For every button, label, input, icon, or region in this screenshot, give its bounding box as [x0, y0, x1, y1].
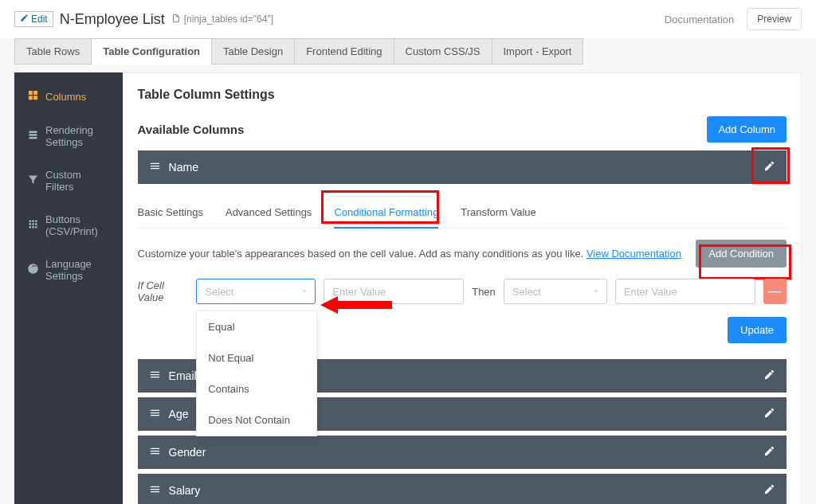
action-select[interactable]: Select: [504, 279, 607, 304]
operator-option-does-not-contain[interactable]: Does Not Contain: [197, 404, 316, 436]
edit-column-icon[interactable]: [763, 407, 775, 421]
layers-icon: [27, 129, 39, 143]
action-placeholder: Select: [512, 286, 541, 298]
operator-select-wrapper: Select Equal Not Equal Contains Does Not…: [196, 279, 316, 304]
top-bar: Edit N-Employee List [ninja_tables id="6…: [0, 0, 816, 38]
tab-import-export[interactable]: Import - Export: [492, 38, 584, 64]
section-title: Table Column Settings: [138, 88, 787, 102]
operator-dropdown: Equal Not Equal Contains Does Not Contai…: [196, 311, 317, 436]
subtab-transform[interactable]: Transform Value: [461, 200, 536, 225]
sidebar-item-label: Language Settings: [45, 258, 110, 282]
drag-handle-icon[interactable]: [149, 483, 161, 498]
action-value-input[interactable]: [615, 279, 755, 304]
annotation-highlight-edit-icon: [751, 147, 790, 184]
top-bar-left: Edit N-Employee List [ninja_tables id="6…: [14, 11, 273, 28]
page-title: N-Employee List: [60, 11, 165, 28]
sidebar-item-label: Buttons (CSV/Print): [45, 213, 110, 237]
available-columns-title: Available Columns: [138, 123, 245, 136]
column-header-salary[interactable]: Salary: [138, 474, 787, 504]
drag-handle-icon[interactable]: [149, 445, 161, 459]
shortcode-chip[interactable]: [ninja_tables id="64"]: [171, 14, 273, 25]
column-title: Salary: [169, 484, 201, 497]
edit-title-button[interactable]: Edit: [14, 11, 53, 27]
column-title: Gender: [169, 446, 206, 459]
drag-handle-icon[interactable]: [149, 369, 161, 383]
sidebar-item-columns[interactable]: Columns: [14, 79, 123, 114]
sidebar-item-buttons[interactable]: Buttons (CSV/Print): [14, 203, 123, 248]
edit-column-icon[interactable]: [763, 369, 775, 383]
sidebar-item-label: Custom Filters: [45, 169, 110, 193]
annotation-highlight-conditional-tab: [321, 190, 439, 224]
sidebar-item-custom-filters[interactable]: Custom Filters: [14, 158, 123, 203]
sidebar-item-language[interactable]: Language Settings: [14, 248, 123, 292]
drag-handle-icon[interactable]: [149, 160, 161, 174]
operator-option-not-equal[interactable]: Not Equal: [197, 342, 316, 373]
column-body: Basic Settings Advanced Settings Conditi…: [138, 184, 787, 343]
edit-label: Edit: [31, 14, 48, 25]
help-row: Customize your table's appearances based…: [138, 240, 787, 268]
column-header-gender[interactable]: Gender: [138, 436, 787, 469]
operator-placeholder: Select: [205, 286, 233, 298]
main-panel: Table Column Settings Available Columns …: [123, 72, 802, 504]
language-icon: [27, 263, 39, 277]
shortcode-icon: [171, 14, 181, 25]
pencil-icon: [20, 14, 29, 25]
help-text: Customize your table's appearances based…: [138, 248, 681, 260]
edit-column-icon[interactable]: [763, 445, 775, 459]
annotation-arrow: [320, 293, 392, 317]
columns-icon: [27, 89, 39, 104]
if-cell-value-label: If Cell Value: [138, 279, 189, 303]
column-subtabs: Basic Settings Advanced Settings Conditi…: [138, 192, 787, 229]
documentation-link[interactable]: Documentation: [665, 14, 734, 25]
workspace: Columns Rendering Settings Custom Filter…: [0, 64, 816, 504]
drag-handle-icon[interactable]: [149, 407, 161, 421]
column-title: Email: [169, 369, 197, 382]
main-tabs: Table Rows Table Configuration Table Des…: [0, 38, 816, 64]
tab-table-configuration[interactable]: Table Configuration: [91, 38, 212, 64]
subtab-basic[interactable]: Basic Settings: [138, 200, 203, 225]
update-button[interactable]: Update: [728, 317, 787, 343]
operator-option-equal[interactable]: Equal: [197, 311, 316, 342]
tab-table-design[interactable]: Table Design: [211, 38, 295, 64]
sidebar: Columns Rendering Settings Custom Filter…: [14, 72, 123, 504]
column-title: Age: [169, 408, 189, 420]
filter-icon: [27, 174, 39, 188]
grid-icon: [27, 218, 39, 232]
view-documentation-link[interactable]: View Documentation: [586, 248, 681, 260]
edit-column-icon[interactable]: [763, 483, 775, 498]
top-bar-right: Documentation Preview: [665, 8, 802, 30]
available-columns-header: Available Columns Add Column: [138, 116, 787, 143]
operator-select[interactable]: Select: [196, 279, 316, 304]
chevron-down-icon: [300, 286, 308, 298]
minus-icon: —: [768, 284, 781, 299]
annotation-highlight-add-condition: [699, 244, 791, 279]
column-header-name[interactable]: Name: [138, 150, 787, 184]
remove-condition-button[interactable]: —: [763, 279, 787, 304]
column-title: Name: [169, 161, 198, 174]
svg-marker-0: [320, 296, 392, 314]
tab-table-rows[interactable]: Table Rows: [14, 38, 92, 64]
add-column-button[interactable]: Add Column: [707, 116, 787, 143]
column-name-panel: Name Basic Settings Advanced Settings Co…: [138, 150, 787, 343]
then-label: Then: [472, 286, 496, 298]
shortcode-text: [ninja_tables id="64"]: [184, 14, 273, 25]
sidebar-item-label: Columns: [45, 91, 86, 103]
operator-option-contains[interactable]: Contains: [197, 373, 316, 404]
tab-frontend-editing[interactable]: Frontend Editing: [294, 38, 394, 64]
condition-row: If Cell Value Select Equal Not Equal Con…: [138, 279, 787, 304]
chevron-down-icon: [592, 286, 600, 298]
sidebar-item-rendering[interactable]: Rendering Settings: [14, 114, 123, 158]
sidebar-item-label: Rendering Settings: [45, 124, 110, 148]
preview-button[interactable]: Preview: [747, 8, 802, 30]
subtab-advanced[interactable]: Advanced Settings: [226, 200, 312, 225]
tab-custom-css-js[interactable]: Custom CSS/JS: [394, 38, 492, 64]
